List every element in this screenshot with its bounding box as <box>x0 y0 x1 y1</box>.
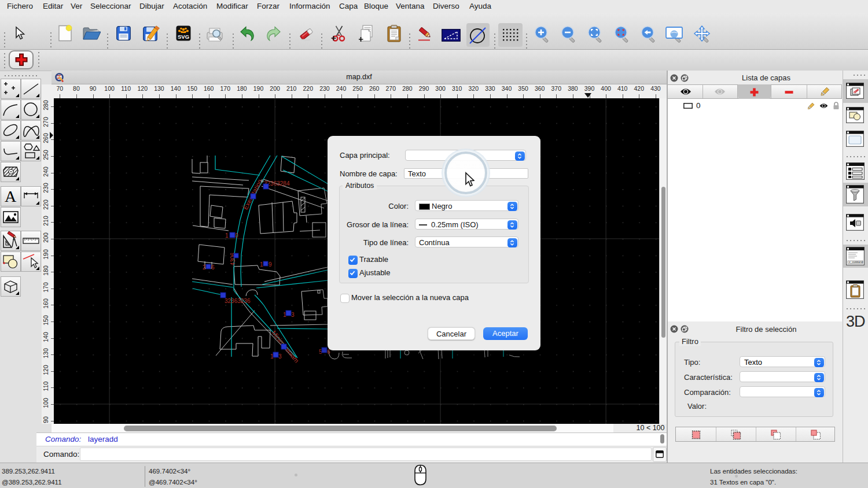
svg-text:3: 3 <box>291 312 295 318</box>
svg-text:c_command: c_command <box>849 261 863 264</box>
svg-text:32363236: 32363236 <box>225 298 251 304</box>
svg-text:0: 0 <box>235 232 238 239</box>
svg-text:3: 3 <box>278 353 282 360</box>
svg-text:2: 2 <box>203 264 206 271</box>
svg-text:1: 1 <box>260 261 263 268</box>
svg-text:SVG: SVG <box>178 34 189 40</box>
svg-text:9: 9 <box>269 261 272 268</box>
svg-text:1: 1 <box>225 232 229 239</box>
svg-text:A: A <box>5 187 17 205</box>
svg-text:6: 6 <box>211 264 215 271</box>
